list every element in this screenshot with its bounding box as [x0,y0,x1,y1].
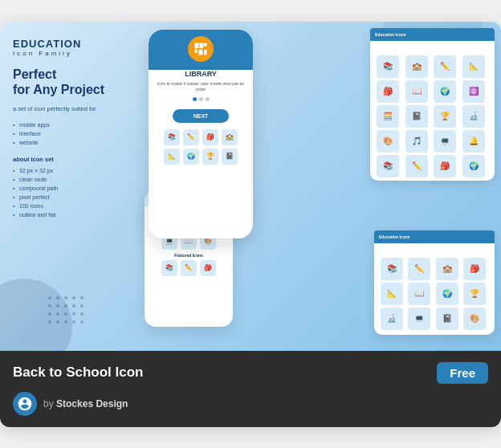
grid-icon: 🎵 [405,130,428,153]
author-name: Stockes Design [56,398,128,409]
grid-icon: 🏆 [463,283,486,305]
suited-list: mobile apps interface website [13,120,128,148]
grid-icon: 🏫 [405,55,428,78]
phone-desc: Icon to make it easier user inside execu… [149,78,253,92]
brand-title: EDUCATION [13,38,128,51]
grid-header-top: Education Icons [370,28,495,41]
grid-icon: 🧮 [377,105,399,128]
grid-icon: 📚 [377,55,399,78]
description: a set of icon perfectly suited for [13,105,128,114]
icons-grid-bottom: 📚 ✏️ 🏫 🎒 📐 📖 🌍 🏆 🔬 💻 📓 🎨 [381,258,488,330]
mini-icon: 🏆 [202,149,218,165]
preview-area: EDUCATION Icon Family Perfect for Any Pr… [0,22,501,351]
grid-icon: 📚 [377,155,399,177]
dot-pattern [48,296,87,327]
grid-icon: 🌍 [434,80,456,103]
left-panel: EDUCATION Icon Family Perfect for Any Pr… [0,22,141,351]
author-logo [13,392,37,416]
phone-title: LIBRARY [149,70,253,78]
tab2-flat[interactable]: Flat [401,248,412,254]
phone-mockup-main: LIBRARY Icon to make it easier user insi… [149,30,253,238]
tab2-outline[interactable]: Outline [382,248,398,254]
mini-icon: 🏫 [222,129,238,145]
tab-flat[interactable]: Flat [397,46,408,51]
tab-filled[interactable]: Filled Flat [410,46,431,51]
grid-icon: 🎨 [463,307,486,330]
icons-grid-top: 📚 🏫 ✏️ 📐 🎒 📖 🌍 ⚛️ 🧮 📓 🏆 🔬 🎨 🎵 💻 🔔 [377,55,488,177]
grid-icon: 📖 [408,283,430,305]
about-item: compound path [13,184,128,193]
grid-icon: 🎒 [377,80,399,103]
grid-icon: 🎨 [377,130,399,153]
phone-pagination [149,92,253,106]
icon-grid-top: Education Icons Outline Flat Filled Flat… [370,28,495,181]
svg-rect-5 [204,49,206,55]
grid-header-label-bottom: Education Icons [379,234,410,239]
mini-icon: 📚 [161,260,177,276]
by-text: by [43,398,54,409]
center-area: LIBRARY Icon to make it easier user insi… [141,22,340,351]
card-title: Back to School Icon [13,365,143,381]
card-info-row: Back to School Icon Free [13,362,488,384]
grid-header-label: Education Icons [375,32,406,37]
mini-icon: ✏️ [181,260,197,276]
grid-header-bottom: Education Icons [374,230,495,243]
grid-icon: ⚛️ [462,80,485,103]
about-item: 100 icons [13,202,128,210]
headline: Perfect for Any Project [13,67,128,97]
headline-line2: for Any Project [13,83,104,96]
product-card: EDUCATION Icon Family Perfect for Any Pr… [0,22,501,427]
mini-icon: 📓 [222,149,238,165]
next-button[interactable]: NEXT [173,109,229,123]
about-item: outline and flat [13,210,128,219]
suited-item: website [13,138,128,147]
svg-rect-4 [199,49,203,55]
grid-icon: 🔬 [381,307,403,330]
grid-icon: 📐 [462,55,485,78]
mini-icon: 🎒 [200,260,216,276]
about-item: 32 px × 32 px [13,166,128,175]
tab2-filled[interactable]: Filled Flat [414,248,435,254]
grid-icon: 📚 [381,258,403,280]
mini-icon: 📐 [164,149,180,165]
about-list: 32 px × 32 px clean node compound path p… [13,166,128,220]
author-row: by Stockes Design [13,392,488,416]
grid-icon: 🔬 [462,105,485,128]
grid-icon: 💻 [408,307,430,330]
grid-icon: 🔔 [462,130,485,153]
mini-icon: 🎒 [202,129,218,145]
free-badge: Free [437,362,488,384]
mini-icon: 📚 [164,129,180,145]
author-label: by Stockes Design [43,398,128,409]
grid-icon: ✏️ [405,155,428,177]
grid-icon: 🏫 [436,258,458,280]
library-icon-circle [188,36,214,62]
grid-icon: 📓 [436,307,458,330]
suited-item: mobile apps [13,120,128,129]
grid-icon: 🎒 [434,155,456,177]
grid-icon: 🏆 [434,105,456,128]
right-panel: Education Icons Outline Flat Filled Flat… [340,22,501,351]
card-footer: Back to School Icon Free by Stockes Desi… [0,351,501,427]
grid-icon: 📓 [405,105,428,128]
about-item: pixel perfect [13,193,128,202]
mini-icon: ✏️ [183,129,199,145]
dot-1 [193,97,197,101]
tab-outline[interactable]: Outline [378,46,394,51]
phone-header [149,30,253,70]
suited-item: interface [13,129,128,138]
grid-icon: 📖 [405,80,428,103]
grid-icon: 💻 [434,130,456,153]
brand-subtitle: Icon Family [13,50,128,57]
grid-icon: ✏️ [408,258,430,280]
about-item: clean node [13,175,128,184]
headline-line1: Perfect [13,67,56,81]
grid-icon: 🎒 [463,258,486,280]
svg-rect-3 [195,49,198,52]
dot-3 [206,97,210,101]
grid-icon: 🌍 [462,155,485,177]
svg-rect-0 [195,43,199,48]
tab-others[interactable]: Others [433,46,449,51]
dot-2 [199,97,203,101]
about-title: about icon set [13,156,128,163]
